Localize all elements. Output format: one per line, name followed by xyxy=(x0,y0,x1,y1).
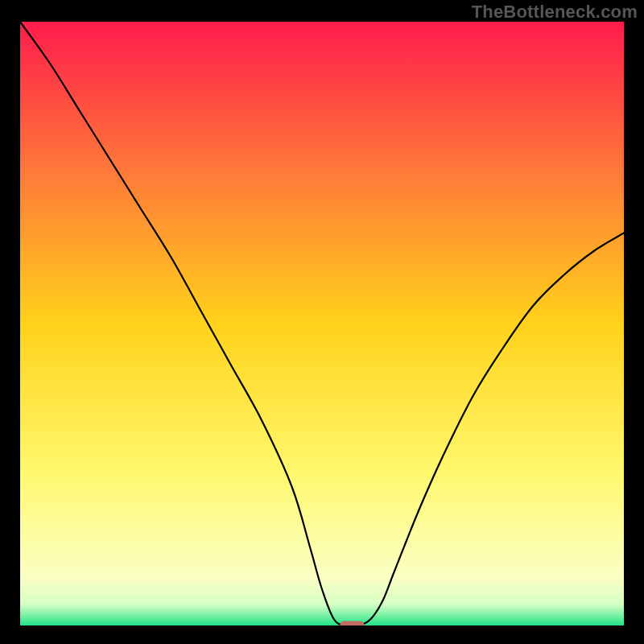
chart-frame: TheBottleneck.com xyxy=(0,0,644,644)
gradient-background xyxy=(20,22,624,625)
optimum-marker xyxy=(341,621,365,626)
plot-area xyxy=(20,22,624,625)
bottleneck-plot xyxy=(20,22,624,625)
watermark-text: TheBottleneck.com xyxy=(472,2,638,23)
